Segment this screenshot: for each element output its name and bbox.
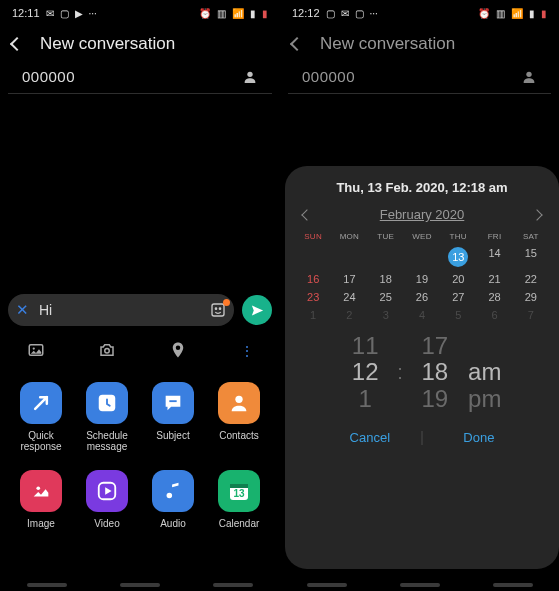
recipient-field[interactable]: 000000 [288, 68, 551, 94]
calendar-day[interactable]: 26 [404, 291, 440, 303]
recipient-value: 000000 [302, 68, 355, 85]
close-icon[interactable]: ✕ [16, 301, 29, 319]
done-button[interactable]: Done [463, 430, 494, 445]
attachment-label: Calendar [219, 518, 260, 529]
message-input[interactable]: ✕ Hi [8, 294, 234, 326]
nav-bar [280, 583, 559, 587]
divider [422, 431, 423, 445]
hour-wheel[interactable]: 11 12 1 [337, 333, 393, 412]
calendar-day[interactable]: 5 [440, 309, 476, 321]
attachment-label: Contacts [219, 430, 258, 441]
svg-point-12 [167, 493, 173, 499]
camera-icon[interactable] [98, 341, 116, 362]
calendar-day[interactable]: 3 [368, 309, 404, 321]
clock-time: 12:11 [12, 7, 40, 19]
prev-month-icon[interactable] [301, 209, 312, 220]
attachment-icon [152, 382, 194, 424]
calendar-day [295, 247, 331, 267]
contact-picker-icon[interactable] [521, 69, 537, 85]
nav-recent[interactable] [307, 583, 347, 587]
location-icon[interactable] [169, 341, 187, 362]
datetime-picker: Thu, 13 Feb. 2020, 12:18 am February 202… [285, 166, 559, 569]
calendar-day[interactable]: 17 [331, 273, 367, 285]
contact-picker-icon[interactable] [242, 69, 258, 85]
month-label[interactable]: February 2020 [380, 207, 465, 222]
attachment-icon [86, 470, 128, 512]
calendar-day[interactable]: 25 [368, 291, 404, 303]
attachment-icon [152, 470, 194, 512]
sticker-icon[interactable] [210, 302, 226, 318]
status-bar: 12:12 ▢ ✉ ▢ ··· ⏰ ▥ 📶 ▮ ▮ [280, 0, 559, 26]
calendar-day[interactable]: 4 [404, 309, 440, 321]
more-icon[interactable]: ⋮ [240, 343, 254, 359]
weekday-label: SAT [513, 232, 549, 241]
ampm-wheel[interactable]: am pm [463, 333, 507, 412]
minute-wheel[interactable]: 17 18 19 [407, 333, 463, 412]
calendar-day[interactable]: 16 [295, 273, 331, 285]
status-icon: ▢ [355, 8, 364, 19]
compose-bar: ✕ Hi [8, 294, 272, 326]
weekday-label: WED [404, 232, 440, 241]
alarm-icon: ⏰ [478, 8, 490, 19]
nav-back[interactable] [493, 583, 533, 587]
attachment-audio[interactable]: Audio [140, 470, 206, 529]
gallery-icon[interactable] [27, 341, 45, 362]
back-icon[interactable] [290, 37, 304, 51]
attachment-icon [20, 470, 62, 512]
calendar-day [404, 247, 440, 267]
attachment-video[interactable]: Video [74, 470, 140, 529]
calendar-day[interactable]: 28 [476, 291, 512, 303]
svg-point-3 [219, 308, 220, 309]
svg-text:13: 13 [233, 488, 245, 499]
recipient-field[interactable]: 000000 [8, 68, 272, 94]
attachment-schedule-message[interactable]: Schedule message [74, 382, 140, 452]
weekday-header: SUNMONTUEWEDTHUFRISAT [295, 232, 549, 241]
attachment-calendar[interactable]: 13Calendar [206, 470, 272, 529]
compose-toolbar: ⋮ [0, 336, 280, 366]
nav-recent[interactable] [27, 583, 67, 587]
messaging-app-attachments: 12:11 ✉ ▢ ▶ ··· ⏰ ▥ 📶 ▮ ▮ New conversati… [0, 0, 280, 591]
status-icon: ✉ [46, 8, 54, 19]
calendar-day[interactable]: 13 [440, 247, 476, 267]
messaging-app-datepicker: 12:12 ▢ ✉ ▢ ··· ⏰ ▥ 📶 ▮ ▮ New conversati… [280, 0, 559, 591]
nav-back[interactable] [213, 583, 253, 587]
next-month-icon[interactable] [531, 209, 542, 220]
calendar-day[interactable]: 22 [513, 273, 549, 285]
calendar-day[interactable]: 1 [295, 309, 331, 321]
cancel-button[interactable]: Cancel [350, 430, 390, 445]
calendar-day[interactable]: 27 [440, 291, 476, 303]
calendar-day[interactable]: 14 [476, 247, 512, 267]
more-icon: ··· [89, 8, 97, 19]
calendar-day[interactable]: 24 [331, 291, 367, 303]
gallery-icon: ▢ [326, 8, 335, 19]
time-wheel[interactable]: 11 12 1 : 17 18 19 am pm [295, 333, 549, 412]
send-button[interactable] [242, 295, 272, 325]
attachment-image[interactable]: Image [8, 470, 74, 529]
attachment-contacts[interactable]: Contacts [206, 382, 272, 452]
attachment-label: Schedule message [86, 430, 128, 452]
calendar-day[interactable]: 19 [404, 273, 440, 285]
svg-point-9 [235, 396, 242, 403]
status-icon: ▢ [60, 8, 69, 19]
calendar-day[interactable]: 15 [513, 247, 549, 267]
attachment-icon [20, 382, 62, 424]
svg-point-2 [215, 308, 216, 309]
calendar-day[interactable]: 23 [295, 291, 331, 303]
sim-icon: ▥ [496, 8, 505, 19]
attachment-quick-response[interactable]: Quick response [8, 382, 74, 452]
calendar-day [331, 247, 367, 267]
calendar-day[interactable]: 2 [331, 309, 367, 321]
calendar-day[interactable]: 20 [440, 273, 476, 285]
calendar-day[interactable]: 29 [513, 291, 549, 303]
calendar-day[interactable]: 7 [513, 309, 549, 321]
calendar-day[interactable]: 21 [476, 273, 512, 285]
attachment-subject[interactable]: Subject [140, 382, 206, 452]
calendar-day [368, 247, 404, 267]
calendar-day[interactable]: 18 [368, 273, 404, 285]
nav-home[interactable] [400, 583, 440, 587]
back-icon[interactable] [10, 37, 24, 51]
attachment-label: Image [27, 518, 55, 529]
nav-home[interactable] [120, 583, 160, 587]
status-bar: 12:11 ✉ ▢ ▶ ··· ⏰ ▥ 📶 ▮ ▮ [0, 0, 280, 26]
calendar-day[interactable]: 6 [476, 309, 512, 321]
